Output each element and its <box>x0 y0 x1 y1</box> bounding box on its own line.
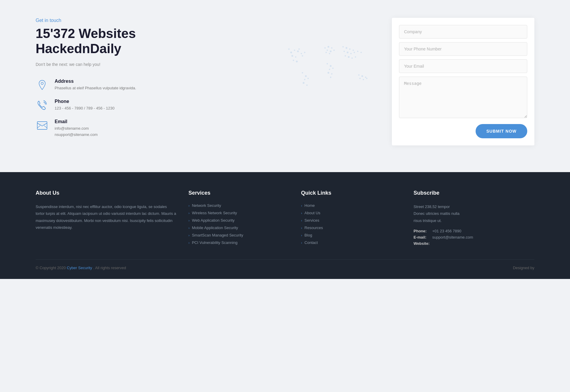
svg-point-17 <box>306 85 308 86</box>
get-in-touch-label: Get in touch <box>36 18 368 23</box>
service-label: Network Security <box>192 203 221 208</box>
service-pci[interactable]: ›PCI Vulnerability Scanning <box>189 240 289 245</box>
hero-title-line1: 15'372 Websites <box>36 26 136 41</box>
svg-point-0 <box>290 52 292 53</box>
email-2: nsupport@sitename.com <box>55 132 98 137</box>
svg-point-40 <box>354 52 355 53</box>
contact-form-container: SUBMIT NOW <box>392 18 534 145</box>
svg-point-47 <box>358 74 360 76</box>
footer-services-title: Services <box>189 190 289 196</box>
link-home[interactable]: ›Home <box>301 203 402 208</box>
chevron-icon: › <box>301 226 302 230</box>
submit-button[interactable]: SUBMIT NOW <box>476 124 527 138</box>
svg-point-34 <box>346 47 347 49</box>
svg-point-53 <box>41 82 43 85</box>
svg-point-48 <box>361 75 363 77</box>
chevron-icon: › <box>301 234 302 237</box>
svg-point-29 <box>332 68 334 69</box>
email-value: support@sitename.com <box>432 235 473 239</box>
svg-point-44 <box>348 56 350 58</box>
service-label: SmartScan Managed Security <box>192 233 243 237</box>
email-text: Email info@sitename.com nsupport@sitenam… <box>55 119 98 138</box>
svg-point-32 <box>330 77 332 78</box>
svg-point-39 <box>350 53 352 54</box>
service-mobile[interactable]: ›Mobile Application Security <box>189 226 289 230</box>
website-label: Website: <box>414 241 430 246</box>
svg-point-36 <box>353 50 354 51</box>
svg-point-30 <box>327 72 329 74</box>
link-contact[interactable]: ›Contact <box>301 240 402 245</box>
phone-label: Phone: <box>414 229 430 233</box>
brand-link[interactable]: Cyber Security <box>67 266 92 270</box>
svg-point-37 <box>343 51 345 52</box>
subscribe-address: Street 238,52 temporDonec ultricies matt… <box>414 203 534 224</box>
svg-point-33 <box>342 46 344 48</box>
chevron-icon: › <box>189 204 190 207</box>
contact-form: SUBMIT NOW <box>392 18 534 145</box>
footer-about-title: About Us <box>36 190 177 196</box>
svg-point-28 <box>329 69 330 70</box>
link-services[interactable]: ›Services <box>301 218 402 223</box>
footer-about-col: About Us Suspendisse interdum, nisi nec … <box>36 190 177 247</box>
email-label: E-mail: <box>414 235 430 239</box>
hero-title-line2: HackednDaily <box>36 41 121 56</box>
svg-rect-54 <box>37 122 47 129</box>
svg-point-50 <box>359 78 361 79</box>
svg-point-20 <box>331 47 332 49</box>
service-label: Wireless Network Security <box>192 211 237 215</box>
world-map-decoration <box>273 30 386 107</box>
chevron-icon: › <box>301 204 302 207</box>
svg-point-10 <box>293 60 294 61</box>
svg-point-25 <box>329 53 330 54</box>
subscribe-email: E-mail: support@sitename.com <box>414 235 534 239</box>
location-icon <box>36 79 49 92</box>
svg-point-23 <box>333 50 335 51</box>
designed-by-text: Designed by <box>513 266 534 270</box>
address-text: Address Phasellus at eleif Phasellus vul… <box>55 79 136 91</box>
link-blog[interactable]: ›Blog <box>301 233 402 237</box>
svg-point-5 <box>295 56 297 58</box>
phone-input[interactable] <box>399 42 527 56</box>
hero-section: Get in touch 15'372 Websites HackednDail… <box>0 0 570 172</box>
chevron-icon: › <box>189 226 190 230</box>
link-resources[interactable]: ›Resources <box>301 226 402 230</box>
svg-point-27 <box>330 65 332 67</box>
service-web[interactable]: ›Web Application Security <box>189 218 289 223</box>
footer: About Us Suspendisse interdum, nisi nec … <box>0 172 570 279</box>
svg-point-18 <box>324 47 326 49</box>
svg-point-8 <box>302 55 303 57</box>
svg-point-6 <box>288 48 290 50</box>
service-wireless[interactable]: ›Wireless Network Security <box>189 211 289 215</box>
footer-quicklinks-col: Quick Links ›Home ›About Us ›Services ›R… <box>301 190 402 247</box>
email-1: info@sitename.com <box>55 126 89 131</box>
chevron-icon: › <box>301 211 302 215</box>
message-input[interactable] <box>399 77 527 118</box>
svg-point-7 <box>298 48 300 50</box>
svg-point-46 <box>355 56 356 58</box>
service-label: Web Application Security <box>192 218 235 223</box>
svg-point-13 <box>305 75 307 77</box>
svg-point-31 <box>331 73 332 75</box>
subscribe-website: Website: <box>414 241 534 246</box>
footer-services-col: Services ›Network Security ›Wireless Net… <box>189 190 289 247</box>
svg-point-2 <box>297 50 299 52</box>
service-smartscan[interactable]: ›SmartScan Managed Security <box>189 233 289 237</box>
chevron-icon: › <box>301 219 302 222</box>
copyright-text: © Copyright 2020 Cyber Security . All ri… <box>36 266 126 270</box>
svg-point-49 <box>365 77 366 78</box>
link-about[interactable]: ›About Us <box>301 211 402 215</box>
svg-point-12 <box>302 72 303 74</box>
svg-point-43 <box>345 55 346 57</box>
footer-bottom: © Copyright 2020 Cyber Security . All ri… <box>36 259 534 270</box>
svg-point-1 <box>294 50 295 51</box>
svg-point-51 <box>363 79 364 80</box>
email-item: Email info@sitename.com nsupport@sitenam… <box>36 119 368 138</box>
email-input[interactable] <box>399 59 527 73</box>
service-network[interactable]: ›Network Security <box>189 203 289 208</box>
chevron-icon: › <box>189 234 190 237</box>
footer-about-text: Suspendisse interdum, nisi nec efflitur … <box>36 203 177 231</box>
company-input[interactable] <box>399 25 527 39</box>
svg-point-21 <box>327 50 328 51</box>
chevron-icon: › <box>189 211 190 215</box>
footer-services-list: ›Network Security ›Wireless Network Secu… <box>189 203 289 245</box>
